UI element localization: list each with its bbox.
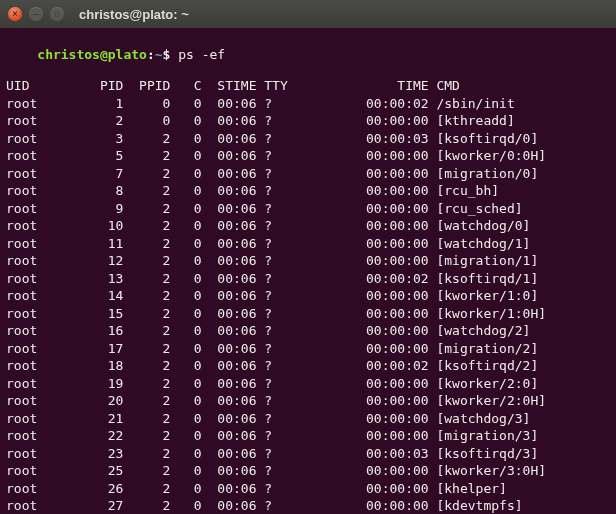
prompt-line: christos@plato:~$ ps -ef xyxy=(6,32,610,77)
prompt-user-host: christos@plato xyxy=(37,47,147,62)
ps-output: UID PID PPID C STIME TTY TIME CMD root 1… xyxy=(6,77,610,514)
prompt-colon: : xyxy=(147,47,155,62)
prompt-cwd: ~ xyxy=(155,47,163,62)
close-icon[interactable]: × xyxy=(8,7,22,21)
prompt-dollar: $ xyxy=(163,47,179,62)
window-titlebar: × – ▫ christos@plato: ~ xyxy=(0,0,616,28)
terminal-area[interactable]: christos@plato:~$ ps -ef UID PID PPID C … xyxy=(0,28,616,514)
maximize-icon[interactable]: ▫ xyxy=(50,7,64,21)
prompt-command: ps -ef xyxy=(178,47,225,62)
minimize-icon[interactable]: – xyxy=(29,7,43,21)
window-title: christos@plato: ~ xyxy=(79,7,189,22)
